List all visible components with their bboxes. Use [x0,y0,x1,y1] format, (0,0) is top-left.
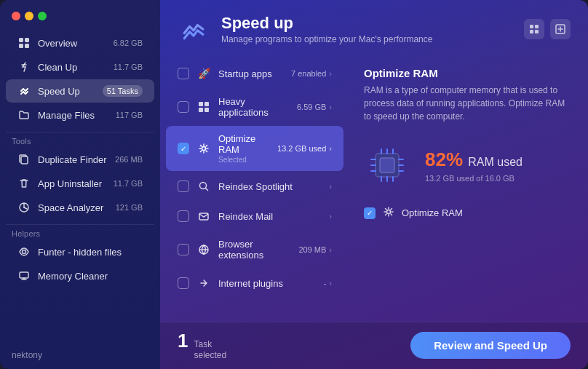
header-text: Speed up Manage programs to optimize you… [221,14,512,44]
review-button[interactable]: Review and Speed Up [410,332,571,359]
mail-icon [196,209,211,223]
task-meta-spotlight: › [329,182,332,191]
close-button[interactable] [12,12,20,20]
task-meta-optimizeram: 13.2 GB used › [277,144,332,153]
task-checkbox-heavy[interactable] [178,101,189,113]
task-sub-optimizeram: Selected [218,156,270,164]
action-btn-2[interactable] [550,19,571,39]
selected-word: selected [194,350,226,362]
rocket-icon: 🚀 [196,66,211,81]
chevron-icon-browserext: › [329,245,332,254]
header-title: Speed up [221,14,512,33]
brand-footer: nektony [0,341,160,369]
svg-rect-9 [535,25,539,28]
task-internetplugins[interactable]: Internet plugins - › [166,269,343,298]
sidebar-section-tools: Tools Duplicate Finder 266 MB App Uninst… [0,132,160,224]
ram-percent-number: 82% [425,148,463,170]
folder-icon [17,108,31,122]
task-checkbox-optimizeram[interactable] [178,143,189,154]
task-checkbox-browserext[interactable] [178,244,189,255]
task-optimizeram[interactable]: Optimize RAM Selected 13.2 GB used › [166,126,343,171]
minimize-button[interactable] [25,12,33,20]
overview-label: Overview [38,38,106,49]
task-info-internetplugins: Internet plugins [218,278,317,289]
svg-rect-0 [19,38,23,42]
sidebar: Overview 6.82 GB Clean Up 11.7 GB Speed … [0,0,160,369]
svg-rect-22 [380,158,394,172]
trash-icon [17,177,31,190]
sidebar-item-cleanup[interactable]: Clean Up 11.7 GB [6,55,154,79]
chevron-icon-internetplugins: › [329,279,332,287]
cleanup-badge: 11.7 GB [114,63,143,71]
funter-label: Funter - hidden files [38,247,143,258]
sidebar-item-duplicate[interactable]: Duplicate Finder 266 MB [6,148,154,171]
chevron-icon-optimizeram: › [329,144,332,153]
task-value-optimizeram: 13.2 GB used [277,144,326,153]
sidebar-item-space[interactable]: Space Analyzer 121 GB [6,196,154,219]
sidebar-item-overview[interactable]: Overview 6.82 GB [6,31,154,55]
detail-title: Optimize RAM [364,67,573,79]
task-checkbox-spotlight[interactable] [178,180,189,192]
sidebar-item-managefiles[interactable]: Manage Files 117 GB [6,103,154,127]
monitor-icon [17,269,31,282]
task-spotlight[interactable]: Reindex Spotlight › [166,172,343,201]
memorycleaner-label: Memory Cleaner [38,271,143,282]
helpers-section-label: Helpers [0,223,52,241]
task-mail[interactable]: Reindex Mail › [166,202,343,231]
svg-rect-16 [204,108,209,112]
task-startup[interactable]: 🚀 Startup apps 7 enabled › [166,59,343,88]
duplicate-label: Duplicate Finder [38,154,108,165]
sidebar-item-uninstaller[interactable]: App Uninstaller 11.7 GB [6,172,154,195]
managefiles-badge: 117 GB [116,111,143,119]
ram-percent-display: 82% RAM used [425,148,523,171]
brand-label: nektony [12,350,42,360]
footer-label: Task selected [194,339,226,362]
uninstaller-badge: 11.7 GB [114,179,143,188]
sidebar-item-funter[interactable]: Funter - hidden files [6,240,154,263]
task-info-optimizeram: Optimize RAM Selected [218,133,270,164]
speedup-label: Speed Up [38,86,95,97]
task-meta-mail: › [329,212,332,221]
optimize-checkbox[interactable] [364,207,376,219]
task-value-internetplugins: - [324,279,327,287]
main-header: Speed up Manage programs to optimize you… [160,0,588,55]
header-actions [524,19,571,39]
globe-icon [196,242,211,257]
sidebar-item-memorycleaner[interactable]: Memory Cleaner [6,264,154,287]
chip-icon [364,142,410,189]
task-meta-heavy: 6.59 GB › [297,103,332,111]
task-browserext[interactable]: Browser extensions 209 MB › [166,231,343,268]
sidebar-item-speedup[interactable]: Speed Up 51 Tasks [6,79,154,103]
task-info-heavy: Heavy applications [218,96,290,118]
managefiles-label: Manage Files [38,110,108,121]
footer-count: 1 Task selected [178,330,226,362]
broom-icon [17,60,31,74]
task-checkbox-mail[interactable] [178,210,189,222]
task-heavy[interactable]: Heavy applications 6.59 GB › [166,89,343,125]
fullscreen-button[interactable] [38,12,47,20]
svg-rect-3 [25,44,29,48]
space-label: Space Analyzer [38,202,108,213]
svg-rect-15 [199,108,203,112]
speedup-header-icon [178,13,210,45]
speedup-badge: 51 Tasks [103,85,143,97]
svg-rect-2 [19,44,23,48]
optimize-gear-icon [383,206,394,220]
task-value-browserext: 209 MB [298,245,326,254]
uninstaller-label: App Uninstaller [38,178,106,189]
task-checkbox-startup[interactable] [178,68,189,79]
action-btn-1[interactable] [524,19,544,39]
task-name-startup: Startup apps [218,68,284,79]
main-panel: Speed up Manage programs to optimize you… [160,0,588,369]
cleanup-label: Clean Up [38,62,106,73]
svg-rect-8 [530,25,533,28]
optimize-check-row[interactable]: Optimize RAM [364,200,573,226]
task-meta-browserext: 209 MB › [298,245,332,254]
detail-panel: Optimize RAM RAM is a type of computer m… [349,55,588,322]
gear-icon [196,141,211,156]
traffic-lights [0,0,160,29]
svg-point-17 [202,147,206,151]
task-checkbox-internetplugins[interactable] [178,277,189,289]
svg-rect-7 [20,272,28,278]
chevron-icon-spotlight: › [329,182,332,191]
